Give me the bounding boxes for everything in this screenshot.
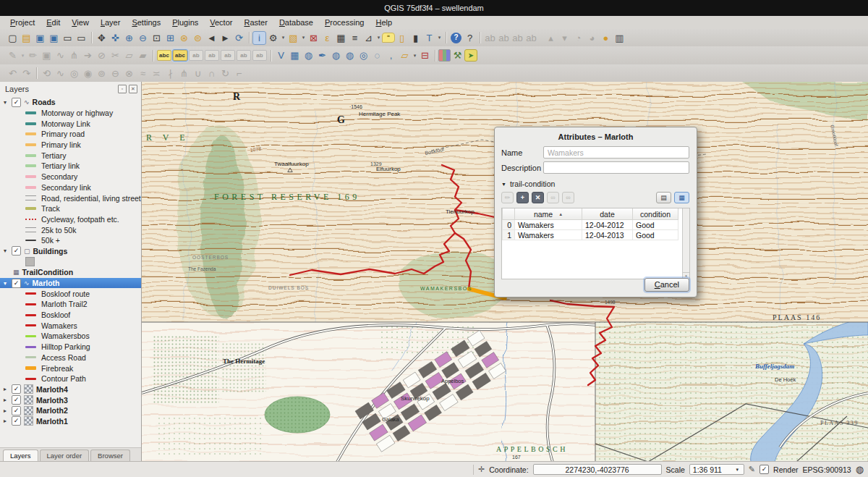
- remove-layer-button[interactable]: ⊟: [418, 48, 432, 62]
- new-bookmark-button[interactable]: ▯: [395, 31, 409, 45]
- legend-item[interactable]: Hilltop Parking: [0, 342, 141, 353]
- label-tool-d-button[interactable]: ab: [237, 50, 251, 61]
- paste-features-button[interactable]: ▰: [136, 48, 150, 62]
- map-tips-button[interactable]: ❝: [382, 33, 395, 43]
- label-tool-c-button[interactable]: ab: [221, 50, 235, 61]
- zoom-next-button[interactable]: ►: [218, 31, 232, 45]
- save-project-as-button[interactable]: ▣: [47, 31, 61, 45]
- collapse-arrow-icon[interactable]: ▸: [4, 408, 12, 414]
- label-props-button[interactable]: ab: [524, 31, 538, 45]
- select-rectangle-button[interactable]: ▧: [286, 31, 300, 45]
- offset-curve-button[interactable]: ≍: [150, 67, 163, 80]
- layer-trailcondition[interactable]: ▦ TrailCondition: [0, 267, 141, 278]
- save-edits-button[interactable]: ▣: [40, 48, 54, 62]
- table-row[interactable]: 1 Wamakers 12-04-2013 Good: [503, 230, 678, 240]
- deselect-all-button[interactable]: ⊠: [307, 31, 320, 45]
- expand-arrow-icon[interactable]: ▾: [4, 248, 12, 254]
- zoom-in-button[interactable]: ⊕: [122, 31, 136, 45]
- edit-row-button[interactable]: ✏: [501, 192, 514, 203]
- layer-checkbox[interactable]: ✓: [12, 384, 21, 394]
- identify-button[interactable]: i: [252, 31, 266, 45]
- label-tool-e-button[interactable]: ab: [252, 50, 267, 61]
- legend-item[interactable]: Motorway or highway: [0, 108, 141, 119]
- menu-project[interactable]: Project: [4, 17, 41, 28]
- add-raster-layer-button[interactable]: ▦: [288, 48, 302, 62]
- menu-vector[interactable]: Vector: [204, 17, 238, 28]
- magnifier-edit-icon[interactable]: ✎: [749, 465, 755, 474]
- scale-combo[interactable]: 1:36 911 ▾: [689, 464, 744, 475]
- add-wms-layer-button[interactable]: ◍: [343, 48, 357, 62]
- name-field[interactable]: Wamakers: [543, 146, 689, 159]
- form-view-button[interactable]: ▤: [656, 192, 671, 203]
- save-project-button[interactable]: ▣: [33, 31, 47, 45]
- zoom-to-selection-button[interactable]: ⊛: [177, 31, 191, 45]
- legend-item[interactable]: Motorway Link: [0, 118, 141, 129]
- render-checkbox[interactable]: ✓: [760, 465, 769, 474]
- expand-arrow-icon[interactable]: ▾: [4, 99, 12, 106]
- menu-database[interactable]: Database: [273, 17, 319, 28]
- legend-item[interactable]: Wamakers: [0, 320, 141, 331]
- table-row[interactable]: 0 Wamakers 12-04-2012 Good: [503, 220, 678, 230]
- cut-features-button[interactable]: ✂: [109, 48, 122, 62]
- zoom-last-button[interactable]: ◄: [205, 31, 218, 45]
- plugin-manager-button[interactable]: ➤: [464, 49, 477, 62]
- layer-checkbox[interactable]: ✓: [12, 246, 21, 256]
- collapse-arrow-icon[interactable]: ▸: [4, 386, 12, 392]
- layer-checkbox[interactable]: ✓: [12, 279, 21, 288]
- add-postgis-layer-button[interactable]: ◍: [302, 48, 315, 62]
- link-feature-button[interactable]: ∞: [547, 192, 559, 203]
- help-contents-button[interactable]: ?: [451, 33, 461, 43]
- layer-marloth-selected[interactable]: ▾ ✓ ∿ Marloth: [0, 278, 141, 289]
- new-composer-button[interactable]: ▭: [61, 31, 75, 45]
- reshape-button[interactable]: ≈: [136, 67, 150, 80]
- legend-item[interactable]: [0, 256, 141, 267]
- new-shapefile-button[interactable]: ▱: [398, 48, 412, 62]
- coordinate-field[interactable]: 2274230,-4023776: [533, 464, 662, 475]
- processing-toolbox-button[interactable]: ⚒: [451, 48, 464, 62]
- trim-extend-button[interactable]: ⌐: [232, 67, 246, 80]
- rotate-point-button[interactable]: ↻: [218, 67, 232, 80]
- legend-item[interactable]: Track: [0, 203, 141, 214]
- measure-button[interactable]: ⊿: [362, 31, 375, 45]
- label-pin-button[interactable]: ab: [511, 31, 524, 45]
- collapse-arrow-icon[interactable]: ▸: [4, 397, 12, 403]
- legend-item[interactable]: Primary link: [0, 140, 141, 151]
- legend-item[interactable]: Access Road: [0, 353, 141, 363]
- zoom-out-button[interactable]: ⊖: [136, 31, 150, 45]
- delete-ring-button[interactable]: ⊖: [109, 67, 122, 80]
- crs-status-icon[interactable]: ◍: [856, 464, 864, 475]
- column-date[interactable]: date: [582, 208, 633, 220]
- collapse-arrow-icon[interactable]: ▸: [4, 418, 12, 424]
- python-console-button[interactable]: ▩: [438, 49, 451, 62]
- pan-to-selection-button[interactable]: ✜: [109, 31, 122, 45]
- table-view-button[interactable]: ▦: [674, 192, 689, 203]
- panel-close-icon[interactable]: ✕: [129, 85, 137, 93]
- expand-arrow-icon[interactable]: ▾: [4, 280, 12, 287]
- pan-map-button[interactable]: ✥: [95, 31, 109, 45]
- label-tool-b-button[interactable]: ab: [205, 50, 219, 61]
- legend-item[interactable]: 50k +: [0, 235, 141, 246]
- attribute-table-button[interactable]: ▦: [334, 31, 348, 45]
- add-wfs-layer-button[interactable]: ◌: [370, 48, 384, 62]
- refresh-button[interactable]: ⟳: [232, 31, 246, 45]
- toggle-editing-button[interactable]: ✏: [26, 48, 40, 62]
- delete-part-button[interactable]: ⊗: [122, 67, 136, 80]
- split-features-button[interactable]: ∤: [163, 67, 177, 80]
- item-up-button[interactable]: ▴: [544, 31, 558, 45]
- current-edits-dropdown[interactable]: ▾: [20, 53, 26, 59]
- legend-item[interactable]: Secondary link: [0, 182, 141, 193]
- menu-processing[interactable]: Processing: [319, 17, 370, 28]
- redo-button[interactable]: ↷: [20, 67, 33, 80]
- legend-item[interactable]: Boskloof: [0, 310, 141, 321]
- pie-a-button[interactable]: ◔: [571, 31, 585, 45]
- coordinate-capture-icon[interactable]: ✛: [478, 465, 485, 474]
- select-expression-button[interactable]: ε: [320, 31, 334, 45]
- add-vector-layer-button[interactable]: V: [274, 48, 288, 62]
- legend-item[interactable]: Tertiary link: [0, 161, 141, 172]
- delete-row-button[interactable]: ✕: [532, 192, 544, 203]
- annotation-dropdown[interactable]: ▾: [436, 35, 443, 41]
- street-view-button[interactable]: ▥: [613, 31, 626, 45]
- column-name[interactable]: name▲: [515, 208, 582, 220]
- legend-item[interactable]: Tertiary: [0, 150, 141, 161]
- current-edits-button[interactable]: ✎: [6, 48, 20, 62]
